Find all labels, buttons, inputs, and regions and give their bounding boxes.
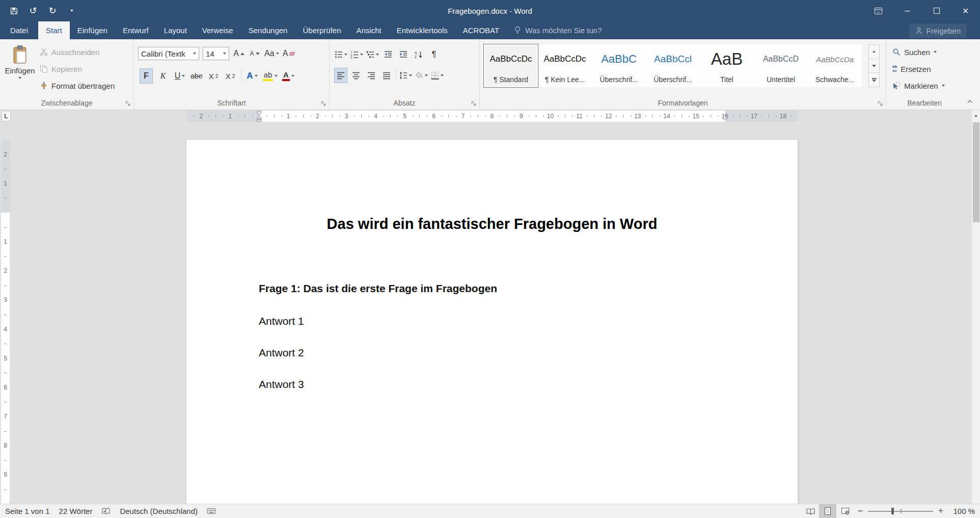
tab-sendungen[interactable]: Sendungen: [241, 21, 295, 39]
collapse-ribbon-button[interactable]: [965, 97, 975, 106]
tab-einfuegen[interactable]: Einfügen: [70, 21, 115, 39]
tab-ueberpruefen[interactable]: Überprüfen: [295, 21, 348, 39]
style-schwache-hervorhebung[interactable]: AaBbCcDa Schwache...: [808, 44, 862, 87]
clipboard-dialog-launcher[interactable]: [125, 100, 131, 107]
zoom-out-button[interactable]: −: [854, 506, 867, 516]
scroll-up-button[interactable]: [972, 110, 980, 121]
left-indent-marker[interactable]: [256, 111, 263, 122]
numbering-button[interactable]: 123: [350, 47, 363, 62]
web-layout-button[interactable]: [836, 504, 854, 518]
underline-button[interactable]: U: [174, 69, 186, 83]
shading-button[interactable]: [415, 68, 428, 83]
tab-entwicklertools[interactable]: Entwicklertools: [389, 21, 455, 39]
horizontal-ruler[interactable]: 12123456789101112131415161718: [0, 111, 971, 122]
chevron-up-icon: [967, 99, 973, 103]
clear-formatting-button[interactable]: A: [283, 46, 295, 61]
minimize-button[interactable]: –: [893, 0, 922, 21]
vertical-scrollbar[interactable]: [971, 110, 980, 504]
proofing-status-icon[interactable]: [101, 507, 111, 515]
highlight-color-bar: [263, 79, 273, 81]
style-ueberschrift-1[interactable]: AaBbC Überschrif...: [592, 44, 646, 87]
paragraph-dialog-launcher[interactable]: [471, 100, 477, 107]
text-effects-button[interactable]: A: [246, 69, 258, 83]
increase-indent-button[interactable]: [397, 47, 410, 62]
styles-more-button[interactable]: [869, 73, 879, 87]
select-button[interactable]: Markieren: [892, 80, 945, 92]
font-name-combo[interactable]: Calibri (Textk: [138, 47, 199, 60]
document-page[interactable]: Das wird ein fantastischer Fragebogen in…: [186, 140, 798, 504]
macro-record-icon[interactable]: [207, 508, 216, 514]
cut-button[interactable]: Ausschneiden: [40, 46, 115, 58]
language-indicator[interactable]: Deutsch (Deutschland): [120, 507, 198, 515]
scrollbar-thumb[interactable]: [973, 122, 979, 222]
align-center-button[interactable]: [350, 68, 362, 83]
document-area[interactable]: Das wird ein fantastischer Fragebogen in…: [0, 110, 980, 504]
line-spacing-button[interactable]: [399, 68, 412, 83]
grow-font-button[interactable]: A: [233, 46, 245, 61]
align-right-button[interactable]: [365, 68, 377, 83]
customize-qat-button[interactable]: [66, 5, 77, 17]
undo-button[interactable]: ↺: [28, 5, 39, 17]
tab-datei[interactable]: Datei: [0, 21, 38, 39]
print-layout-button[interactable]: [819, 504, 836, 518]
paste-button[interactable]: Einfügen: [3, 42, 37, 96]
style-standard[interactable]: AaBbCcDc ¶ Standard: [484, 44, 538, 87]
tab-layout[interactable]: Layout: [156, 21, 195, 39]
align-left-button[interactable]: [335, 68, 347, 83]
select-label: Markieren: [904, 82, 938, 90]
font-size-combo[interactable]: 14: [203, 47, 229, 60]
change-case-button[interactable]: Aa: [264, 46, 279, 61]
bullets-button[interactable]: [335, 47, 347, 62]
zoom-slider-handle[interactable]: [891, 508, 894, 514]
paragraph-group: 123: [330, 39, 480, 110]
styles-dialog-launcher[interactable]: [877, 100, 883, 107]
style-ueberschrift-2[interactable]: AaBbCcl Überschrif...: [646, 44, 700, 87]
tab-start[interactable]: Start: [38, 21, 70, 39]
bold-button[interactable]: F: [140, 69, 152, 83]
sort-button[interactable]: AZ: [413, 47, 425, 62]
italic-button[interactable]: K: [157, 69, 169, 83]
font-color-button[interactable]: A: [282, 69, 294, 83]
styles-scroll-up-button[interactable]: [869, 45, 879, 59]
ruler-mark: 13: [634, 111, 641, 122]
right-indent-marker[interactable]: [721, 111, 728, 122]
superscript-button[interactable]: X2: [224, 69, 236, 83]
page-indicator[interactable]: Seite 1 von 1: [5, 507, 50, 515]
word-count[interactable]: 22 Wörter: [59, 507, 93, 515]
replace-button[interactable]: ab ac Ersetzen: [892, 63, 945, 75]
copy-button[interactable]: Kopieren: [40, 63, 115, 75]
tell-me-box[interactable]: Was möchten Sie tun?: [514, 21, 602, 39]
ribbon-display-options-button[interactable]: [864, 0, 893, 21]
tab-verweise[interactable]: Verweise: [195, 21, 241, 39]
zoom-slider[interactable]: [868, 504, 933, 518]
find-button[interactable]: Suchen: [892, 46, 945, 58]
decrease-indent-button[interactable]: [382, 47, 394, 62]
tab-acrobat[interactable]: ACROBAT: [455, 21, 507, 39]
zoom-in-button[interactable]: +: [934, 506, 947, 516]
justify-button[interactable]: [380, 68, 393, 83]
maximize-button[interactable]: [922, 0, 951, 21]
close-button[interactable]: ×: [951, 0, 980, 21]
multilevel-list-button[interactable]: [366, 47, 379, 62]
vertical-ruler[interactable]: 12123456789: [1, 122, 10, 504]
strikethrough-button[interactable]: abe: [190, 69, 203, 83]
font-dialog-launcher[interactable]: [320, 100, 326, 107]
redo-button[interactable]: ↻: [47, 5, 58, 17]
highlight-color-button[interactable]: ab: [263, 69, 278, 83]
save-button[interactable]: [8, 5, 19, 17]
share-button[interactable]: Freigeben: [909, 23, 967, 38]
tab-ansicht[interactable]: Ansicht: [349, 21, 389, 39]
styles-scroll-down-button[interactable]: [869, 59, 879, 73]
show-paragraph-marks-button[interactable]: ¶: [428, 47, 440, 62]
shrink-font-button[interactable]: A: [249, 46, 261, 61]
style-kein-leerraum[interactable]: AaBbCcDc ¶ Kein Lee...: [538, 44, 592, 87]
subscript-button[interactable]: X2: [207, 69, 220, 83]
tab-entwurf[interactable]: Entwurf: [115, 21, 156, 39]
style-titel[interactable]: AaB Titel: [700, 44, 754, 87]
format-painter-button[interactable]: Format übertragen: [40, 80, 115, 92]
borders-button[interactable]: [431, 68, 444, 83]
zoom-level[interactable]: 100 %: [947, 507, 975, 515]
read-mode-button[interactable]: [802, 504, 819, 518]
tab-stop-selector[interactable]: L: [2, 111, 11, 121]
style-untertitel[interactable]: AaBbCcD Untertitel: [754, 44, 808, 87]
